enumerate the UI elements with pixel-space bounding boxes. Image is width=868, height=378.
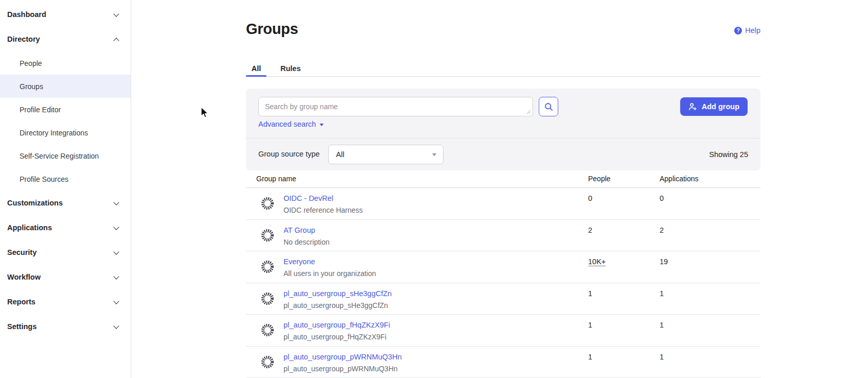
table-row: AT Group No description 2 2 bbox=[246, 220, 760, 252]
advanced-search-link[interactable]: Advanced search bbox=[258, 120, 324, 128]
search-input[interactable] bbox=[258, 97, 533, 116]
question-circle-icon: ? bbox=[734, 27, 742, 35]
applications-count: 1 bbox=[660, 289, 664, 298]
sidebar-item-groups[interactable]: Groups bbox=[0, 75, 131, 98]
table-header: Group name People Applications bbox=[246, 170, 760, 188]
add-user-icon bbox=[688, 102, 697, 111]
table-row: pl_auto_usergroup_pWRNMuQ3Hn pl_auto_use… bbox=[246, 347, 760, 378]
caret-down-icon bbox=[320, 124, 324, 126]
group-name-link[interactable]: Everyone bbox=[284, 257, 315, 266]
chevron-up-icon bbox=[113, 38, 119, 43]
tab-rules[interactable]: Rules bbox=[280, 64, 301, 73]
group-icon bbox=[260, 228, 275, 243]
advanced-search-label: Advanced search bbox=[258, 120, 316, 128]
sidebar-item-directory-integrations[interactable]: Directory Integrations bbox=[0, 121, 131, 144]
sidebar-item-workflow[interactable]: Workflow bbox=[0, 265, 131, 289]
sidebar-item-label: Reports bbox=[7, 298, 36, 306]
people-count: 0 bbox=[588, 194, 592, 202]
help-link[interactable]: ? Help bbox=[734, 26, 760, 35]
sidebar-item-profile-sources[interactable]: Profile Sources bbox=[0, 167, 131, 191]
people-count-link[interactable]: 10K+ bbox=[588, 257, 606, 266]
chevron-down-icon bbox=[113, 224, 119, 230]
sidebar-item-applications[interactable]: Applications bbox=[0, 215, 131, 240]
applications-count: 19 bbox=[660, 257, 668, 266]
sidebar-item-settings[interactable]: Settings bbox=[0, 314, 131, 339]
people-count: 1 bbox=[588, 289, 592, 298]
chevron-down-icon bbox=[113, 298, 119, 304]
sidebar-item-label: Profile Editor bbox=[20, 106, 61, 114]
group-icon bbox=[260, 322, 275, 338]
applications-count: 1 bbox=[660, 353, 664, 361]
applications-count: 0 bbox=[660, 194, 664, 202]
help-label: Help bbox=[745, 26, 760, 35]
sidebar-item-profile-editor[interactable]: Profile Editor bbox=[0, 98, 131, 121]
sidebar-item-people[interactable]: People bbox=[0, 51, 131, 75]
group-description: pl_auto_usergroup_fHqZKzX9Fi bbox=[284, 333, 386, 341]
sidebar-item-label: Groups bbox=[20, 82, 43, 91]
add-group-label: Add group bbox=[702, 102, 739, 111]
table-row: pl_auto_usergroup_fHqZKzX9Fi pl_auto_use… bbox=[246, 315, 760, 347]
groups-table: OIDC - DevRel OIDC reference Harness 0 0… bbox=[246, 188, 760, 378]
chevron-down-icon bbox=[113, 199, 119, 205]
search-icon bbox=[544, 102, 553, 111]
mouse-cursor bbox=[199, 106, 210, 119]
sidebar-item-self-service-registration[interactable]: Self-Service Registration bbox=[0, 144, 131, 167]
group-description: All users in your organization bbox=[284, 269, 376, 278]
search-button[interactable] bbox=[539, 97, 558, 116]
sidebar-item-label: People bbox=[20, 59, 42, 67]
sidebar-item-label: Customizations bbox=[7, 199, 63, 207]
chevron-down-icon bbox=[113, 249, 119, 254]
caret-down-icon bbox=[432, 153, 436, 156]
group-source-type-select[interactable]: All bbox=[328, 145, 444, 164]
group-description: pl_auto_usergroup_sHe3ggCfZn bbox=[284, 301, 388, 310]
group-icon bbox=[260, 291, 275, 306]
sidebar-item-reports[interactable]: Reports bbox=[0, 289, 131, 314]
group-icon bbox=[260, 259, 275, 274]
table-row: Everyone All users in your organization … bbox=[246, 251, 760, 283]
sidebar-item-label: Dashboard bbox=[7, 10, 46, 19]
panel-divider bbox=[246, 138, 760, 139]
add-group-button[interactable]: Add group bbox=[680, 97, 748, 116]
sidebar-item-label: Workflow bbox=[7, 273, 41, 281]
chevron-down-icon bbox=[113, 273, 119, 279]
people-count: 1 bbox=[588, 353, 592, 361]
sidebar-item-dashboard[interactable]: Dashboard bbox=[0, 2, 131, 27]
group-icon bbox=[260, 354, 275, 370]
group-name-link[interactable]: pl_auto_usergroup_fHqZKzX9Fi bbox=[284, 321, 390, 329]
sidebar-item-label: Directory Integrations bbox=[20, 129, 88, 137]
group-name-link[interactable]: pl_auto_usergroup_pWRNMuQ3Hn bbox=[284, 353, 402, 361]
table-row: pl_auto_usergroup_sHe3ggCfZn pl_auto_use… bbox=[246, 283, 760, 315]
tab-all[interactable]: All bbox=[246, 64, 267, 73]
group-name-link[interactable]: AT Group bbox=[284, 226, 315, 234]
group-description: OIDC reference Harness bbox=[284, 206, 363, 214]
people-count: 1 bbox=[588, 321, 592, 329]
sidebar: Dashboard Directory People Groups Profil… bbox=[0, 0, 131, 378]
applications-count: 1 bbox=[660, 321, 664, 329]
column-applications: Applications bbox=[660, 175, 699, 183]
active-tab-underline bbox=[246, 75, 267, 77]
search-filter-panel: Advanced search Add group Group source t… bbox=[246, 89, 760, 170]
applications-count: 2 bbox=[660, 226, 664, 234]
group-icon bbox=[260, 196, 275, 211]
sidebar-item-label: Applications bbox=[7, 224, 52, 232]
column-people: People bbox=[588, 175, 611, 183]
sidebar-item-label: Settings bbox=[7, 322, 37, 331]
group-source-type-label: Group source type bbox=[258, 150, 320, 158]
sidebar-item-security[interactable]: Security bbox=[0, 240, 131, 265]
group-source-type-value: All bbox=[336, 150, 344, 159]
page-title: Groups bbox=[246, 21, 298, 38]
showing-count: Showing 25 bbox=[709, 150, 748, 159]
sidebar-item-customizations[interactable]: Customizations bbox=[0, 191, 131, 215]
group-description: pl_auto_usergroup_pWRNMuQ3Hn bbox=[284, 365, 398, 373]
sidebar-item-directory[interactable]: Directory bbox=[0, 27, 131, 51]
group-name-link[interactable]: OIDC - DevRel bbox=[284, 194, 333, 202]
column-group-name: Group name bbox=[256, 175, 296, 183]
chevron-down-icon bbox=[113, 323, 119, 329]
tabbar-divider bbox=[246, 76, 760, 77]
chevron-down-icon bbox=[113, 11, 119, 16]
group-name-link[interactable]: pl_auto_usergroup_sHe3ggCfZn bbox=[284, 289, 392, 298]
people-count: 2 bbox=[588, 226, 592, 234]
table-row: OIDC - DevRel OIDC reference Harness 0 0 bbox=[246, 188, 760, 220]
sidebar-item-label: Profile Sources bbox=[20, 175, 68, 183]
sidebar-item-label: Security bbox=[7, 248, 37, 256]
